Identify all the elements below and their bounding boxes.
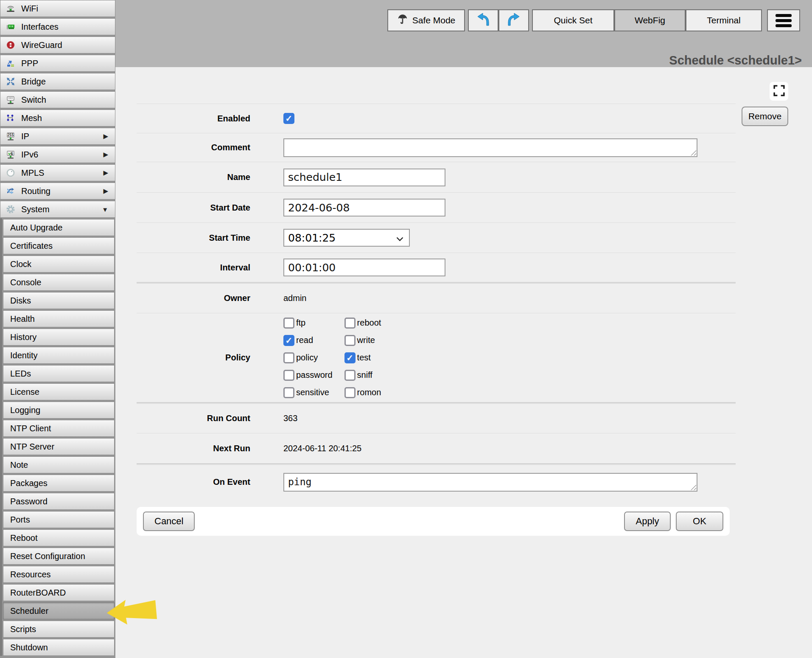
sidebar-item-switch[interactable]: Switch xyxy=(0,91,115,108)
sidebar-item-resources[interactable]: Resources xyxy=(3,566,115,583)
sidebar-item-identity[interactable]: Identity xyxy=(3,347,115,364)
fullscreen-button[interactable] xyxy=(770,82,788,101)
cancel-button[interactable]: Cancel xyxy=(143,512,195,531)
sidebar-item-note[interactable]: Note xyxy=(3,456,115,473)
start-time-label: Start Time xyxy=(137,233,250,243)
on-event-row: On Event ping xyxy=(137,465,736,499)
sidebar-item-wireguard[interactable]: WireGuard xyxy=(0,37,115,53)
apply-button[interactable]: Apply xyxy=(624,512,671,531)
policy-checkbox-write[interactable] xyxy=(344,335,356,346)
redo-button[interactable] xyxy=(498,9,529,31)
sidebar-item-ntp-server[interactable]: NTP Server xyxy=(3,438,115,455)
remove-button[interactable]: Remove xyxy=(742,107,788,126)
sidebar-item-ipv6[interactable]: v6 IPv6 xyxy=(0,146,115,163)
policy-checkbox-ftp[interactable] xyxy=(283,318,294,329)
sidebar-item-label: Routing xyxy=(21,186,50,196)
sidebar-item-wifi[interactable]: WiFi xyxy=(0,0,115,17)
sidebar-item-health[interactable]: Health xyxy=(3,310,115,327)
policy-checkbox-romon[interactable] xyxy=(344,387,356,398)
main-content: Remove Enabled Comment Name Start Date xyxy=(115,67,812,658)
gear-icon xyxy=(6,204,16,214)
comment-textarea-wrap xyxy=(283,138,697,157)
policy-option-password: password xyxy=(283,370,333,381)
sidebar-item-bridge[interactable]: Bridge xyxy=(0,73,115,90)
policy-option-reboot: reboot xyxy=(344,318,381,329)
sidebar-item-password[interactable]: Password xyxy=(3,493,115,510)
sidebar-item-scripts[interactable]: Scripts xyxy=(3,621,115,638)
sidebar-item-leds[interactable]: LEDs xyxy=(3,365,115,382)
on-event-textarea[interactable]: ping xyxy=(283,473,697,492)
run-count-label: Run Count xyxy=(137,413,250,423)
sidebar-item-mpls[interactable]: MPLS xyxy=(0,164,115,181)
policy-option-write: write xyxy=(344,335,381,346)
ppp-icon xyxy=(6,58,16,68)
policy-checkbox-reboot[interactable] xyxy=(344,318,356,329)
sidebar-item-label: Interfaces xyxy=(21,22,59,32)
start-date-input[interactable] xyxy=(283,199,445,217)
undo-icon xyxy=(477,12,490,29)
sidebar-item-reboot[interactable]: Reboot xyxy=(3,529,115,546)
owner-row: Owner admin xyxy=(137,284,736,313)
expand-right-icon xyxy=(103,151,111,158)
hamburger-menu-button[interactable] xyxy=(767,9,800,31)
policy-checkbox-test[interactable] xyxy=(344,352,356,363)
sidebar-item-label: Password xyxy=(10,497,48,506)
action-button-bar: Cancel Apply OK xyxy=(137,507,730,536)
expand-right-icon xyxy=(103,187,111,195)
enabled-checkbox[interactable] xyxy=(283,113,294,124)
sidebar-item-ports[interactable]: Ports xyxy=(3,511,115,528)
sidebar-item-label: Certificates xyxy=(10,241,53,251)
wifi-icon xyxy=(6,3,16,14)
sidebar-item-packages[interactable]: Packages xyxy=(3,475,115,492)
sidebar-item-shutdown[interactable]: Shutdown xyxy=(3,639,115,656)
webfig-tab[interactable]: WebFig xyxy=(614,9,686,31)
toolbar: Safe Mode Quick Set WebFig Terminal xyxy=(387,9,800,31)
policy-option-sniff: sniff xyxy=(344,370,381,381)
sidebar-item-label: IPv6 xyxy=(21,150,38,160)
sidebar-item-scheduler[interactable]: Scheduler xyxy=(3,602,115,619)
sidebar-item-label: Identity xyxy=(10,351,37,360)
sidebar-item-system[interactable]: System xyxy=(0,201,115,218)
policy-checkbox-read[interactable] xyxy=(283,335,294,346)
policy-option-read: read xyxy=(283,335,333,346)
interval-input[interactable] xyxy=(283,259,445,276)
sidebar-item-clock[interactable]: Clock xyxy=(3,256,115,273)
sidebar-item-label: IP xyxy=(21,132,29,141)
sidebar-item-label: Clock xyxy=(10,259,31,269)
sidebar-item-certificates[interactable]: Certificates xyxy=(3,237,115,254)
sidebar-item-label: MPLS xyxy=(21,168,44,178)
policy-checkbox-sensitive[interactable] xyxy=(283,387,294,398)
quick-set-tab[interactable]: Quick Set xyxy=(532,9,614,31)
sidebar-item-auto-upgrade[interactable]: Auto Upgrade xyxy=(3,219,115,236)
sidebar-item-ip[interactable]: 255 IP xyxy=(0,128,115,145)
policy-checkbox-sniff[interactable] xyxy=(344,370,356,381)
svg-text:255: 255 xyxy=(8,133,14,137)
safe-mode-button[interactable]: Safe Mode xyxy=(387,9,465,31)
sidebar-item-interfaces[interactable]: Interfaces xyxy=(0,18,115,35)
owner-value: admin xyxy=(283,293,306,303)
ipv6-icon: v6 xyxy=(6,149,16,160)
name-input[interactable] xyxy=(283,169,445,186)
sidebar-item-label: Packages xyxy=(10,478,48,488)
sidebar-item-history[interactable]: History xyxy=(3,329,115,346)
sidebar-item-routing[interactable]: Routing xyxy=(0,183,115,200)
start-time-select[interactable]: 08:01:25 xyxy=(283,229,410,247)
policy-checkbox-password[interactable] xyxy=(283,370,294,381)
interval-row: Interval xyxy=(137,253,736,282)
sidebar-item-console[interactable]: Console xyxy=(3,274,115,291)
sidebar-item-disks[interactable]: Disks xyxy=(3,292,115,309)
sidebar-item-label: WireGuard xyxy=(21,40,62,50)
sidebar-item-license[interactable]: License xyxy=(3,383,115,400)
ok-button[interactable]: OK xyxy=(676,512,723,531)
sidebar-item-reset-configuration[interactable]: Reset Configuration xyxy=(3,548,115,565)
undo-button[interactable] xyxy=(468,9,498,31)
run-count-value: 363 xyxy=(283,413,297,423)
sidebar-item-ppp[interactable]: PPP xyxy=(0,55,115,72)
policy-checkbox-policy[interactable] xyxy=(283,352,294,363)
sidebar-item-routerboard[interactable]: RouterBOARD xyxy=(3,584,115,601)
sidebar-item-mesh[interactable]: Mesh xyxy=(0,110,115,127)
comment-textarea[interactable] xyxy=(283,138,697,157)
terminal-tab[interactable]: Terminal xyxy=(686,9,762,31)
sidebar-item-ntp-client[interactable]: NTP Client xyxy=(3,420,115,437)
sidebar-item-logging[interactable]: Logging xyxy=(3,402,115,419)
